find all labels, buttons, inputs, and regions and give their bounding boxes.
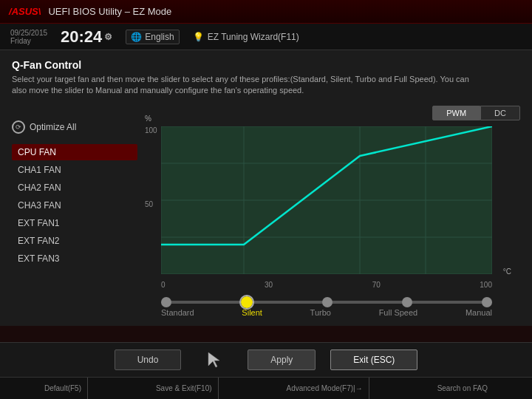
slider-dots	[161, 296, 492, 308]
x-axis-labels: 0 30 70 100	[161, 281, 492, 289]
cursor-area	[196, 349, 233, 371]
settings-icon[interactable]: ⚙	[104, 32, 112, 42]
slider-dot-silent[interactable]	[241, 296, 253, 308]
footer-search-faq[interactable]: Search on FAQ	[432, 378, 494, 399]
exit-button[interactable]: Exit (ESC)	[330, 349, 417, 370]
language-button[interactable]: 🌐 English	[126, 30, 179, 44]
lightbulb-icon: 💡	[193, 32, 204, 42]
fan-item-cha3[interactable]: CHA3 FAN	[12, 197, 137, 214]
svg-marker-11	[208, 352, 219, 367]
y-axis-label: %	[145, 115, 151, 123]
y-label-100: 100	[145, 126, 157, 134]
y-axis-labels: 100 50	[145, 126, 157, 274]
fan-item-cpu[interactable]: CPU FAN	[12, 144, 137, 160]
ez-tuning-button[interactable]: 💡 EZ Tuning Wizard(F11)	[193, 32, 299, 42]
info-bar: 09/25/2015 Friday 20:24 ⚙ 🌐 English 💡 EZ…	[0, 24, 532, 50]
app-title: UEFI BIOS Utility – EZ Mode	[48, 6, 171, 17]
x-label-100: 100	[480, 281, 492, 289]
clock-display: 20:24 ⚙	[61, 27, 112, 47]
label-silent: Silent	[242, 308, 262, 317]
y-label-50: 50	[145, 200, 157, 208]
bottom-bar: Undo Apply Exit (ESC)	[0, 342, 532, 377]
slider-track[interactable]	[161, 301, 492, 304]
slider-dot-fullspeed[interactable]	[402, 297, 412, 307]
fan-item-cha2[interactable]: CHA2 FAN	[12, 180, 137, 196]
top-bar: /ASUS\ UEFI BIOS Utility – EZ Mode	[0, 0, 532, 24]
section-title: Q-Fan Control	[12, 59, 520, 71]
dc-button[interactable]: DC	[480, 106, 520, 120]
chart-svg	[161, 126, 492, 274]
footer-save-exit[interactable]: Save & Exit(F10)	[150, 378, 219, 399]
label-standard: Standard	[161, 308, 194, 317]
pwm-button[interactable]: PWM	[432, 106, 480, 120]
slider-dot-standard[interactable]	[161, 297, 171, 307]
section-description: Select your target fan and then move the…	[12, 74, 470, 97]
undo-button[interactable]: Undo	[115, 349, 182, 370]
fan-item-cha1[interactable]: CHA1 FAN	[12, 162, 137, 178]
datetime-block: 09/25/2015 Friday	[10, 29, 47, 45]
label-manual: Manual	[466, 308, 492, 317]
main-content: Q-Fan Control Select your target fan and…	[0, 50, 532, 326]
x-label-70: 70	[372, 281, 381, 289]
fan-list: ⟳ Optimize All CPU FAN CHA1 FAN CHA2 FAN…	[12, 106, 137, 317]
chart-container: PWM DC % °C 100 50	[137, 106, 520, 317]
fan-item-ext1[interactable]: EXT FAN1	[12, 215, 137, 231]
globe-icon: 🌐	[131, 32, 142, 42]
slider-labels: Standard Silent Turbo Full Speed Manual	[161, 308, 492, 317]
footer-default[interactable]: Default(F5)	[38, 378, 88, 399]
pwm-dc-toggle: PWM DC	[145, 106, 520, 120]
date-display: 09/25/2015 Friday	[10, 29, 47, 45]
optimize-all-button[interactable]: ⟳ Optimize All	[12, 120, 137, 134]
brand-logo: /ASUS\	[9, 6, 41, 17]
x-label-30: 30	[265, 281, 273, 289]
slider-dot-manual[interactable]	[482, 297, 492, 307]
footer-bar: Default(F5) Save & Exit(F10) Advanced Mo…	[0, 377, 532, 399]
cursor-icon	[207, 351, 222, 369]
optimize-icon: ⟳	[12, 120, 25, 134]
slider-section: Standard Silent Turbo Full Speed Manual	[145, 301, 520, 317]
fan-item-ext3[interactable]: EXT FAN3	[12, 250, 137, 267]
label-turbo: Turbo	[310, 308, 331, 317]
content-row: ⟳ Optimize All CPU FAN CHA1 FAN CHA2 FAN…	[12, 106, 520, 317]
x-axis-label: °C	[503, 267, 511, 276]
footer-advanced-mode[interactable]: Advanced Mode(F7)|→	[280, 378, 369, 399]
fan-item-ext2[interactable]: EXT FAN2	[12, 233, 137, 249]
apply-button[interactable]: Apply	[248, 349, 316, 370]
fan-chart: % °C 100 50	[145, 126, 499, 289]
slider-dot-turbo[interactable]	[322, 297, 332, 307]
x-label-0: 0	[161, 281, 166, 289]
label-fullspeed: Full Speed	[379, 308, 418, 317]
